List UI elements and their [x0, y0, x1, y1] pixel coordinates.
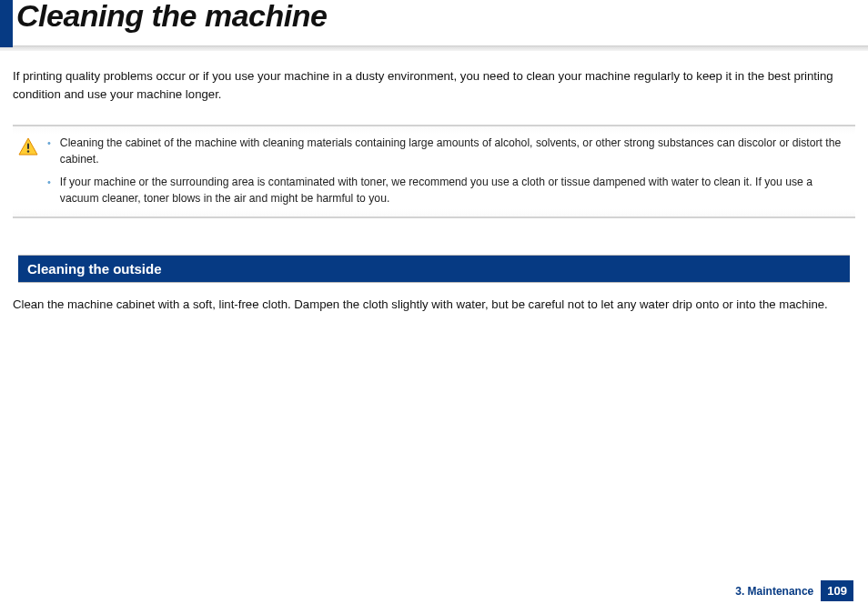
- title-bar: Cleaning the machine: [0, 0, 868, 47]
- page-number: 109: [821, 580, 853, 601]
- intro-paragraph: If printing quality problems occur or if…: [13, 67, 855, 105]
- chapter-label: 3. Maintenance: [735, 585, 813, 598]
- warning-icon: [18, 137, 38, 159]
- page-title: Cleaning the machine: [13, 0, 327, 33]
- warning-text: If your machine or the surrounding area …: [60, 175, 848, 206]
- bullet-icon: •: [47, 136, 51, 151]
- content-area: If printing quality problems occur or if…: [0, 51, 868, 313]
- section-body: Clean the machine cabinet with a soft, l…: [13, 296, 855, 314]
- warning-item: • Cleaning the cabinet of the machine wi…: [47, 136, 848, 167]
- section-heading: Cleaning the outside: [18, 255, 850, 283]
- warning-item: • If your machine or the surrounding are…: [47, 175, 848, 206]
- page-footer: 3. Maintenance 109: [735, 580, 853, 601]
- svg-point-1: [27, 150, 29, 152]
- title-accent: [0, 0, 13, 47]
- bullet-icon: •: [47, 176, 51, 190]
- warning-list: • Cleaning the cabinet of the machine wi…: [47, 136, 848, 207]
- warning-box: • Cleaning the cabinet of the machine wi…: [13, 125, 855, 218]
- svg-rect-0: [27, 143, 29, 149]
- section: Cleaning the outside: [13, 255, 855, 283]
- warning-text: Cleaning the cabinet of the machine with…: [60, 136, 848, 167]
